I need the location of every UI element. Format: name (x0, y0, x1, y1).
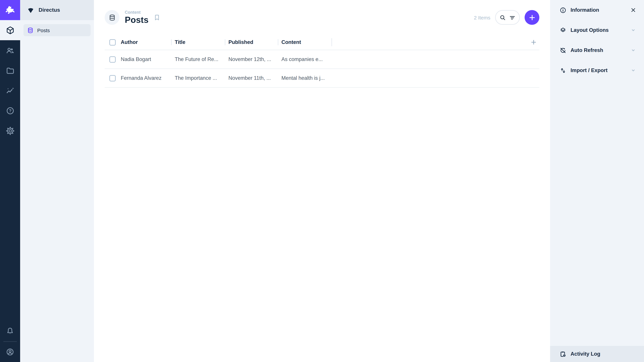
row-select-cell (105, 75, 121, 81)
row-select-cell (105, 56, 121, 62)
page-title: Posts (125, 15, 148, 25)
gear-icon (6, 126, 14, 135)
activity-log-button[interactable]: Activity Log (550, 346, 644, 362)
select-all-checkbox[interactable] (109, 39, 116, 45)
page-header: Content Posts 2 Items (94, 0, 550, 35)
column-header-content[interactable]: Content (278, 39, 332, 45)
table-header-row: Author Title Published Content (105, 35, 539, 50)
select-all-cell (105, 39, 121, 45)
cell-author: Nadia Bogart (121, 56, 171, 62)
cell-author: Fernanda Alvarez (121, 75, 171, 81)
cell-published: November 12th, ... (225, 56, 278, 62)
row-checkbox[interactable] (109, 75, 116, 81)
collection-icon-button[interactable] (105, 10, 120, 25)
plus-icon (528, 13, 536, 21)
cell-content: As companies e... (278, 56, 332, 62)
close-icon[interactable] (630, 7, 636, 13)
sidebar-section-label: Auto Refresh (570, 47, 626, 53)
module-bar: ? (0, 0, 20, 362)
main-content: Content Posts 2 Items (94, 0, 550, 362)
chevron-down-icon[interactable] (630, 67, 636, 74)
chevron-down-icon[interactable] (630, 27, 636, 33)
title-group: Content Posts (105, 10, 161, 25)
right-sidebar: Information Layout Options (550, 0, 644, 362)
items-count: 2 Items (474, 14, 490, 20)
clipboard-clock-icon (560, 351, 566, 358)
module-files[interactable] (0, 60, 20, 80)
column-header-title[interactable]: Title (171, 39, 225, 45)
sidebar-section-information[interactable]: Information (550, 0, 644, 20)
bell-icon (6, 327, 14, 336)
sidebar-section-label: Information (570, 7, 626, 13)
module-users[interactable] (0, 40, 20, 60)
sidebar-section-label: Import / Export (570, 67, 626, 73)
database-icon (108, 13, 116, 21)
folder-icon (6, 66, 14, 75)
module-insights[interactable] (0, 80, 20, 100)
table-row[interactable]: Fernanda Alvarez The Importance ... Nove… (105, 69, 539, 88)
nav-item-label: Posts (37, 27, 50, 33)
notifications-button[interactable] (0, 321, 20, 341)
add-item-button[interactable] (524, 10, 539, 25)
filter-icon[interactable] (509, 14, 516, 21)
row-checkbox[interactable] (109, 56, 116, 62)
database-icon (27, 27, 34, 34)
module-help[interactable]: ? (0, 100, 20, 121)
account-button[interactable] (0, 342, 20, 362)
cube-icon (6, 26, 14, 35)
sidebar-section-auto-refresh[interactable]: Auto Refresh (550, 40, 644, 60)
header-actions: 2 Items (474, 10, 539, 25)
nav-item-posts[interactable]: Posts (24, 24, 90, 36)
column-header-published[interactable]: Published (225, 39, 278, 45)
help-icon: ? (6, 106, 14, 115)
cell-title: The Importance ... (171, 75, 225, 81)
sidebar-section-label: Layout Options (570, 27, 626, 33)
sidebar-section-layout-options[interactable]: Layout Options (550, 20, 644, 40)
sync-disabled-icon (560, 47, 566, 54)
module-settings[interactable] (0, 121, 20, 141)
titles: Content Posts (125, 10, 148, 25)
project-chooser[interactable]: Directus (20, 0, 94, 20)
add-column-button[interactable] (530, 38, 537, 46)
search-icon[interactable] (499, 14, 506, 21)
people-icon (6, 46, 14, 55)
cell-published: November 11th, ... (225, 75, 278, 81)
bookmark-icon[interactable] (153, 14, 161, 21)
account-circle-icon (6, 348, 14, 356)
activity-log-label: Activity Log (570, 351, 634, 357)
sidebar-section-import-export[interactable]: Import / Export (550, 60, 644, 80)
module-content[interactable] (0, 20, 20, 40)
nav-sidebar: Directus Posts (20, 0, 94, 362)
nav-list: Posts (20, 20, 94, 40)
info-icon (560, 6, 566, 13)
items-table: Author Title Published Content Nadia Bog… (105, 35, 539, 88)
breadcrumb[interactable]: Content (125, 10, 148, 15)
table-row[interactable]: Nadia Bogart The Future of Re... Novembe… (105, 50, 539, 69)
project-name: Directus (38, 7, 60, 13)
module-bar-spacer (0, 141, 20, 321)
chevron-down-icon[interactable] (630, 47, 636, 54)
cell-content: Mental health is j... (278, 75, 332, 81)
swap-vert-icon (560, 67, 566, 74)
table-header-filler (332, 38, 539, 46)
cell-title: The Future of Re... (171, 56, 225, 62)
insights-icon (6, 86, 14, 95)
directus-logo-button[interactable] (0, 0, 20, 20)
search-filter-pill (495, 10, 520, 25)
fan-icon (27, 6, 34, 14)
sidebar-spacer (550, 80, 644, 346)
layers-icon (560, 27, 566, 34)
svg-text:?: ? (9, 108, 12, 113)
app-window: ? (0, 0, 644, 362)
rabbit-icon (4, 4, 16, 16)
column-header-author[interactable]: Author (121, 39, 171, 45)
